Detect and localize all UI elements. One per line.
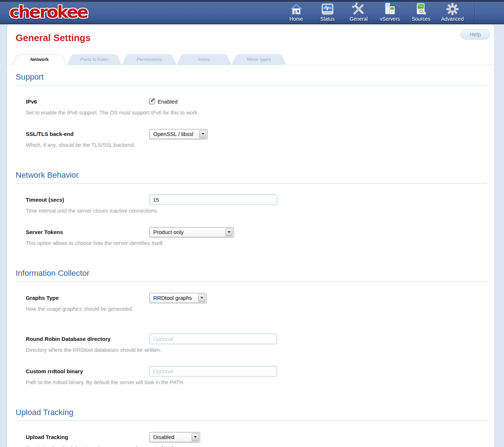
dropdown-arrow-icon: [198, 294, 205, 302]
ssl-backend-select-value: OpenSSL / libssl: [153, 131, 193, 137]
nav-label-status: Status: [320, 16, 335, 22]
setting-row-server-tokens: Server Tokens Product only This option a…: [7, 227, 494, 246]
content-panel: General Settings Help Network Ports to l…: [7, 24, 495, 447]
field-description-ssl-backend: Which, if any, should be the TLS/SSL bac…: [26, 142, 480, 148]
graphs-type-select[interactable]: RRDtool graphs: [149, 293, 207, 303]
page-title: General Settings: [7, 24, 494, 44]
tab-network[interactable]: Network: [13, 55, 66, 65]
vservers-icon: [383, 2, 397, 16]
setting-row-timeout: Timeout (secs) Time interval until the s…: [7, 194, 494, 214]
field-label-ssl-backend: SSL/TLS back-end: [26, 131, 149, 137]
setting-row-graphs-type: Graphs Type RRDtool graphs How the usage…: [7, 293, 494, 312]
general-tools-icon: [352, 2, 365, 16]
ipv6-enabled-checkbox[interactable]: [149, 99, 155, 104]
nav-item-home[interactable]: Home: [285, 2, 308, 22]
help-button[interactable]: Help: [460, 29, 490, 40]
checkbox-label-enabled: Enabled: [158, 98, 178, 105]
field-description-rrd-directory: Directory where the RRDtool databases sh…: [26, 347, 480, 353]
rrd-directory-input[interactable]: [149, 334, 277, 344]
setting-row-ipv6: IPv6 Enabled Set to enable the IPv6 supp…: [7, 96, 494, 116]
nav-item-advanced[interactable]: Advanced: [441, 2, 464, 22]
nav-label-sources: Sources: [412, 16, 430, 22]
dropdown-arrow-icon: [225, 228, 232, 236]
main-nav: Home Status General: [285, 2, 464, 24]
field-description-graphs-type: How the usage graphics should be generat…: [26, 306, 480, 312]
tab-icons[interactable]: Icons: [177, 55, 231, 65]
section-divider: [16, 183, 487, 184]
section-support: Support IPv6 Enabled Set to enable the I…: [7, 72, 494, 148]
setting-row-upload-tracking: Upload Tracking Disabled How to track up…: [7, 432, 494, 447]
nav-label-general: General: [350, 16, 368, 22]
setting-row-rrd-directory: Round Robin Database directory Directory…: [7, 334, 494, 353]
section-title-information-collector: Information Collector: [16, 269, 494, 278]
save-button[interactable]: Save: [481, 7, 494, 13]
section-upload-tracking: Upload Tracking Upload Tracking Disabled…: [7, 408, 494, 447]
tab-permissions[interactable]: Permissions: [122, 55, 176, 65]
section-title-network-behavior: Network Behavior: [16, 170, 494, 180]
server-tokens-select[interactable]: Product only: [149, 227, 234, 237]
field-label-upload-tracking: Upload Tracking: [26, 434, 149, 440]
cherokee-logo[interactable]: cherokee: [9, 2, 87, 22]
dropdown-arrow-icon: [199, 130, 206, 138]
nav-divider: [475, 3, 475, 22]
upload-tracking-select[interactable]: Disabled: [149, 432, 200, 442]
ssl-backend-select[interactable]: OpenSSL / libssl: [149, 129, 208, 139]
section-network-behavior: Network Behavior Timeout (secs) Time int…: [7, 170, 494, 246]
nav-label-home: Home: [289, 16, 303, 22]
tab-ports-to-listen[interactable]: Ports to listen: [68, 55, 121, 65]
nav-item-vservers[interactable]: vServers: [379, 2, 401, 22]
section-title-support: Support: [16, 72, 494, 82]
active-nav-caret-icon: [356, 25, 362, 28]
tab-strip: Network Ports to listen Permissions Icon…: [7, 52, 494, 65]
nav-item-general[interactable]: General: [347, 2, 370, 22]
top-navigation-bar: cherokee Home S: [0, 0, 504, 24]
field-label-rrdtool-binary: Custom rrdtool binary: [26, 368, 149, 374]
upload-tracking-select-value: Disabled: [153, 434, 174, 440]
section-divider: [16, 281, 487, 282]
field-label-rrd-directory: Round Robin Database directory: [26, 336, 149, 342]
nav-label-vservers: vServers: [380, 16, 400, 22]
field-description-ipv6: Set to enable the IPv6 support. The OS m…: [26, 110, 480, 116]
graphs-type-select-value: RRDtool graphs: [153, 295, 192, 301]
timeout-input[interactable]: [149, 194, 277, 205]
field-description-server-tokens: This option allows to choose how the ser…: [26, 240, 480, 246]
nav-item-status[interactable]: Status: [316, 2, 339, 22]
field-description-timeout: Time interval until the server closes in…: [26, 208, 480, 214]
section-information-collector: Information Collector Graphs Type RRDtoo…: [7, 269, 494, 385]
advanced-gear-icon: [446, 2, 459, 16]
field-description-upload-tracking: How to track uploads/posts so its progre…: [26, 445, 480, 447]
nav-item-sources[interactable]: Sources: [410, 2, 432, 22]
setting-row-rrdtool-binary: Custom rrdtool binary Path to the rrdtoo…: [7, 366, 494, 385]
section-divider: [16, 420, 487, 421]
field-label-ipv6: IPv6: [26, 98, 149, 105]
tab-mime-types[interactable]: Mime types: [232, 55, 286, 65]
home-icon: [290, 2, 303, 16]
setting-row-ssl-backend: SSL/TLS back-end OpenSSL / libssl Which,…: [7, 129, 494, 148]
field-description-rrdtool-binary: Path to the rrdtool binary. By default t…: [26, 379, 480, 385]
section-title-upload-tracking: Upload Tracking: [16, 408, 494, 417]
sources-icon: [415, 2, 428, 16]
field-label-graphs-type: Graphs Type: [26, 295, 149, 301]
field-label-server-tokens: Server Tokens: [26, 229, 149, 235]
nav-label-advanced: Advanced: [441, 16, 464, 22]
dropdown-arrow-icon: [192, 433, 199, 441]
rrdtool-binary-input[interactable]: [149, 366, 277, 376]
server-tokens-select-value: Product only: [153, 229, 183, 235]
status-icon: [321, 2, 334, 16]
section-divider: [16, 85, 487, 85]
field-label-timeout: Timeout (secs): [26, 197, 149, 203]
